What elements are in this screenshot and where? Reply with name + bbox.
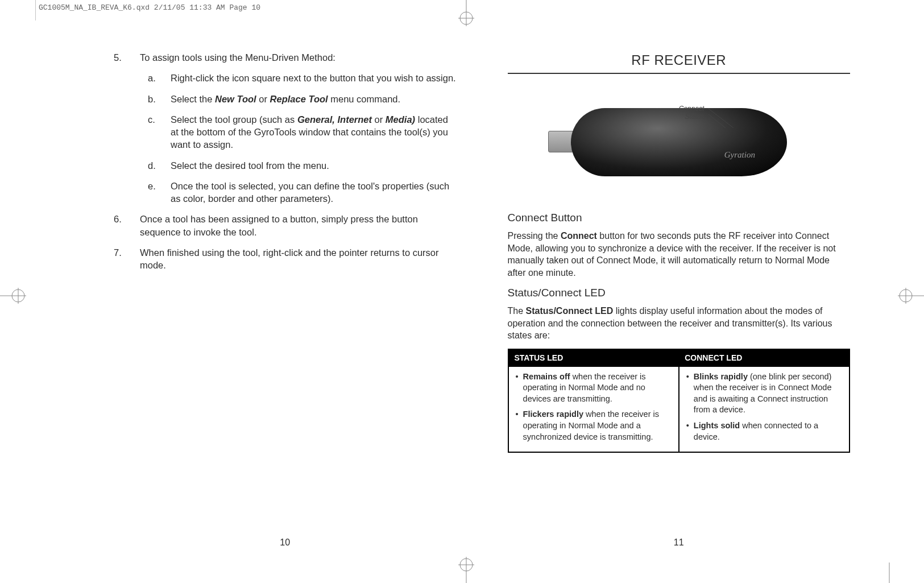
text-5b-replace: Replace Tool	[270, 94, 328, 104]
list-item-5e: e. Once the tool is selected, you can de…	[148, 180, 457, 205]
page-spread: 5. To assign tools using the Menu-Driven…	[114, 51, 850, 537]
text-5c-media: Media)	[386, 114, 415, 125]
cell-connect-led: • Blinks rapidly (one blink per second) …	[679, 366, 850, 452]
status-r1-bold: Remains off	[523, 372, 570, 381]
text-5: To assign tools using the Menu-Driven Me…	[140, 51, 335, 64]
marker-5c: c.	[148, 113, 158, 151]
text-5b-post: menu command.	[328, 94, 400, 104]
cb-pre: Pressing the	[508, 231, 561, 241]
file-stamp: GC1005M_NA_IB_REVA_K6.qxd 2/11/05 11:33 …	[39, 3, 260, 12]
text-5c-general: General, Internet	[297, 114, 372, 125]
connect-r2-bold: Lights solid	[694, 421, 740, 430]
marker-5d: d.	[148, 159, 158, 172]
list-item-5c: c. Select the tool group (such as Genera…	[148, 113, 457, 151]
th-status-led: STATUS LED	[508, 349, 679, 366]
connect-button-paragraph: Pressing the Connect button for two seco…	[508, 230, 851, 279]
list-item-5d: d. Select the desired tool from the menu…	[148, 159, 457, 172]
sl-pre: The	[508, 306, 526, 316]
section-title-rf-receiver: RF RECEIVER	[508, 51, 851, 69]
status-led-paragraph: The Status/Connect LED lights display us…	[508, 305, 851, 342]
callout-connect-status: Connect Status	[679, 105, 705, 120]
status-r2-bold: Flickers rapidly	[523, 410, 583, 419]
marker-5: 5.	[114, 51, 126, 64]
list-item-5: 5. To assign tools using the Menu-Driven…	[114, 51, 457, 64]
marker-5b: b.	[148, 93, 158, 105]
text-5b: Select the New Tool or Replace Tool menu…	[171, 93, 400, 105]
page-right: RF RECEIVER Connect Status Gyration Conn…	[508, 51, 851, 537]
cell-status-led: • Remains off when the receiver is opera…	[508, 366, 679, 452]
text-5b-newtool: New Tool	[215, 94, 256, 104]
text-5e: Once the tool is selected, you can defin…	[171, 180, 457, 205]
connect-r1-bold: Blinks rapidly	[694, 372, 748, 381]
svg-line-18	[708, 109, 734, 128]
callout-status: Status	[685, 113, 704, 121]
rf-receiver-image: Connect Status Gyration	[548, 85, 810, 199]
text-6: Once a tool has been assigned to a butto…	[140, 213, 457, 238]
status-row-1: • Remains off when the receiver is opera…	[516, 371, 672, 405]
svg-line-19	[708, 114, 726, 128]
list-item-5b: b. Select the New Tool or Replace Tool m…	[148, 93, 457, 105]
marker-5a: a.	[148, 72, 158, 84]
brand-gyration: Gyration	[724, 149, 755, 160]
marker-7: 7.	[114, 246, 126, 272]
registration-mark-left	[0, 284, 26, 307]
list-item-7: 7. When finished using the tool, right-c…	[114, 246, 457, 272]
text-7: When finished using the tool, right-clic…	[140, 246, 457, 272]
connect-row-1: • Blinks rapidly (one blink per second) …	[686, 371, 842, 416]
sl-bold: Status/Connect LED	[526, 306, 614, 316]
text-5c-pre: Select the tool group (such as	[171, 114, 297, 125]
text-5b-pre: Select the	[171, 94, 215, 104]
marker-6: 6.	[114, 213, 126, 238]
page-number-left: 10	[114, 536, 457, 549]
registration-mark-top	[455, 0, 478, 26]
crop-mark-bottom-right	[879, 563, 890, 583]
list-item-5a: a. Right-click the icon square next to t…	[148, 72, 457, 84]
th-connect-led: CONNECT LED	[679, 349, 850, 366]
marker-5e: e.	[148, 180, 158, 205]
section-hr	[508, 73, 851, 74]
registration-mark-right	[898, 284, 924, 307]
page-number-right: 11	[508, 536, 851, 549]
subhead-connect-button: Connect Button	[508, 210, 851, 225]
text-5c-mid: or	[372, 114, 386, 125]
text-5b-mid: or	[256, 94, 270, 104]
led-table: STATUS LED CONNECT LED • Remains off whe…	[508, 349, 851, 453]
cb-bold: Connect	[561, 231, 597, 241]
text-5a: Right-click the icon square next to the …	[171, 72, 456, 84]
connect-row-2: • Lights solid when connected to a devic…	[686, 420, 842, 443]
text-5d: Select the desired tool from the menu.	[171, 159, 329, 172]
callout-connect: Connect	[679, 105, 705, 113]
list-item-6: 6. Once a tool has been assigned to a bu…	[114, 213, 457, 238]
status-row-2: • Flickers rapidly when the receiver is …	[516, 409, 672, 443]
page-left: 5. To assign tools using the Menu-Driven…	[114, 51, 457, 537]
crop-mark-top-left	[35, 0, 47, 20]
subhead-status-led: Status/Connect LED	[508, 286, 851, 300]
registration-mark-bottom	[455, 557, 478, 583]
text-5c: Select the tool group (such as General, …	[171, 113, 457, 151]
